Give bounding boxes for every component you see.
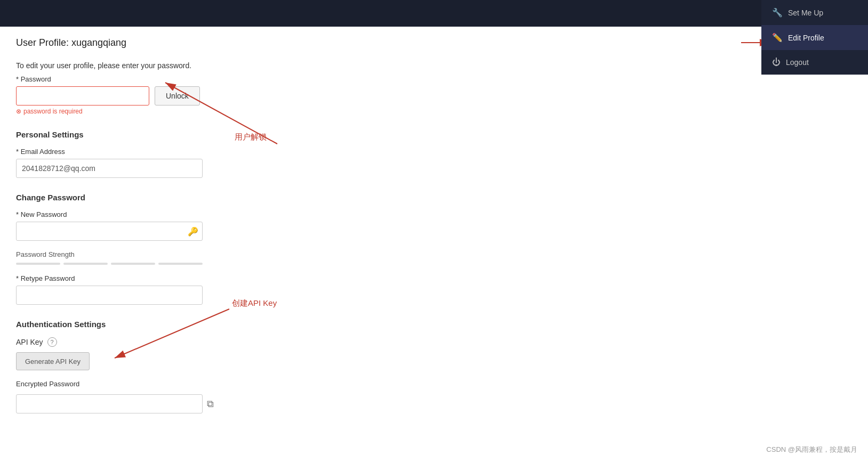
logout-icon: ⏻ — [772, 58, 781, 67]
encrypted-password-label: Encrypted Password — [16, 380, 357, 388]
error-circle-icon: ⊗ — [16, 108, 21, 115]
new-password-input[interactable] — [16, 222, 203, 241]
api-key-label: API Key — [16, 338, 43, 346]
key-icon: 🔑 — [188, 226, 198, 237]
retype-password-field: * Retype Password — [16, 274, 357, 305]
strength-bar-4 — [158, 263, 203, 265]
retype-password-label: * Retype Password — [16, 274, 357, 282]
password-strength-field: Password Strength — [16, 250, 357, 265]
password-input[interactable] — [16, 86, 149, 105]
main-content: User Profile: xugangqiang To edit your u… — [0, 27, 373, 434]
strength-bar-3 — [111, 263, 155, 265]
strength-bars — [16, 263, 203, 265]
instruction-text: To edit your user profile, please enter … — [16, 61, 357, 70]
personal-settings-heading: Personal Settings — [16, 130, 357, 139]
change-password-heading: Change Password — [16, 193, 357, 202]
top-bar — [0, 0, 868, 27]
unlock-button[interactable]: Unlock — [155, 86, 200, 105]
page-title: User Profile: xugangqiang — [16, 37, 357, 48]
encrypted-password-field: Encrypted Password ⧉ — [16, 380, 357, 413]
email-input[interactable] — [16, 159, 203, 178]
dropdown-item-edit-profile[interactable]: ✏️ Edit Profile — [761, 25, 868, 50]
dropdown-item-set-me-up[interactable]: 🔧 Set Me Up — [761, 0, 868, 25]
help-icon[interactable]: ? — [47, 337, 57, 347]
auth-settings-heading: Authentication Settings — [16, 320, 357, 329]
email-field: * Email Address — [16, 148, 357, 178]
logout-label: Logout — [786, 58, 809, 67]
encrypted-password-input[interactable] — [16, 394, 203, 413]
edit-profile-label: Edit Profile — [788, 34, 824, 42]
edit-icon: ✏️ — [772, 33, 783, 43]
new-password-label: * New Password — [16, 210, 357, 218]
error-message: password is required — [23, 108, 83, 115]
auth-section: Authentication Settings API Key ? Genera… — [16, 320, 357, 413]
unlock-section: To edit your user profile, please enter … — [16, 61, 357, 115]
set-me-up-label: Set Me Up — [788, 9, 823, 17]
new-password-field: * New Password 🔑 — [16, 210, 357, 241]
wrench-icon: 🔧 — [772, 7, 783, 18]
generate-api-key-button[interactable]: Generate API Key — [16, 352, 90, 370]
password-strength-label: Password Strength — [16, 250, 357, 258]
new-password-wrapper: 🔑 — [16, 222, 203, 241]
email-label: * Email Address — [16, 148, 357, 156]
api-key-row: API Key ? — [16, 337, 357, 347]
password-label: * Password — [16, 75, 357, 83]
password-error: ⊗ password is required — [16, 108, 357, 115]
password-field: * Password Unlock ⊗ password is required — [16, 75, 357, 115]
copy-icon[interactable]: ⧉ — [207, 399, 214, 410]
strength-bar-1 — [16, 263, 60, 265]
encrypted-password-row: ⧉ — [16, 394, 357, 413]
dropdown-item-logout[interactable]: ⏻ Logout — [761, 50, 868, 75]
retype-password-input[interactable] — [16, 286, 203, 305]
password-input-row: Unlock — [16, 86, 357, 105]
dropdown-menu: 🔧 Set Me Up ✏️ Edit Profile ⏻ Logout — [761, 0, 868, 75]
strength-bar-2 — [63, 263, 108, 265]
